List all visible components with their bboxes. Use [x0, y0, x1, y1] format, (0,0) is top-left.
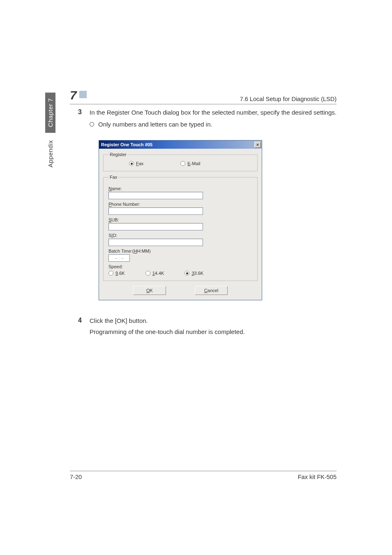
speed-96-label: 9.6K: [115, 271, 125, 276]
dialog-button-row: OK Cancel: [103, 286, 258, 295]
radio-icon: [129, 161, 134, 166]
page-chapter-digit: 7: [70, 88, 77, 102]
dialog-screenshot: Register One Touch #05 × Register Fax E-…: [99, 140, 337, 300]
speed-row: 9.6K 14.4K 33.6K: [108, 271, 252, 276]
main-content: 3 In the Register One Touch dialog box f…: [78, 106, 337, 339]
radio-icon: [145, 271, 150, 276]
register-legend: Register: [108, 152, 128, 157]
sidebar: Chapter 7 Appendix: [45, 92, 55, 168]
dialog-body: Register Fax E-Mail Fax Name: [99, 149, 262, 300]
speed-144-label: 14.4K: [152, 271, 164, 276]
dialog-title: Register One Touch #05: [101, 142, 254, 147]
phone-label: Phone Number:: [108, 202, 252, 207]
step-after-text: Programming of the one-touch dial number…: [90, 328, 245, 336]
page-footer: 7-20 Fax kit FK-505: [70, 474, 337, 480]
register-radio-row: Fax E-Mail: [129, 161, 252, 166]
radio-icon: [180, 161, 185, 166]
step-text: In the Register One Touch dialog box for…: [90, 108, 337, 117]
chapter-label: Chapter 7: [45, 92, 55, 133]
page-header: 7 7.6 Local Setup for Diagnostic (LSD): [70, 88, 337, 104]
register-one-touch-dialog: Register One Touch #05 × Register Fax E-…: [99, 140, 262, 300]
step-4: 4 Click the [OK] button.: [78, 317, 337, 325]
step-text: Click the [OK] button.: [90, 317, 148, 325]
sub-label: SUB:: [108, 217, 252, 222]
sid-input[interactable]: [108, 239, 203, 246]
speed-label: Speed:: [108, 264, 252, 269]
dialog-titlebar: Register One Touch #05 ×: [99, 140, 262, 149]
footer-page-number: 7-20: [70, 474, 82, 480]
step-number: 4: [78, 317, 90, 325]
phone-input[interactable]: [108, 207, 203, 215]
radio-fax-label: Fax: [136, 161, 143, 166]
footer-rule: [70, 471, 337, 471]
fax-group: Fax Name: Phone Number: SUB: SID: Batch …: [103, 175, 258, 281]
radio-icon: [108, 271, 113, 276]
batch-time-input[interactable]: -- : --: [108, 254, 130, 262]
step-4-after: Programming of the one-touch dial number…: [90, 328, 337, 336]
radio-speed-336[interactable]: 33.6K: [184, 271, 203, 276]
name-label: Name:: [108, 186, 252, 191]
radio-speed-96[interactable]: 9.6K: [108, 271, 125, 276]
name-input[interactable]: [108, 192, 203, 199]
appendix-label: Appendix: [47, 140, 54, 168]
radio-icon: [184, 271, 189, 276]
register-group: Register Fax E-Mail: [103, 152, 258, 171]
ok-button[interactable]: OK: [133, 286, 166, 295]
bullet-icon: [90, 122, 94, 127]
radio-email-label: E-Mail: [187, 161, 200, 166]
page-chapter-number: 7: [70, 88, 87, 102]
sid-label: SID:: [108, 233, 252, 238]
step-number: 3: [78, 108, 90, 117]
bullet-text: Only numbers and letters can be typed in…: [98, 121, 212, 128]
radio-speed-144[interactable]: 14.4K: [145, 271, 164, 276]
section-title: 7.6 Local Setup for Diagnostic (LSD): [240, 96, 337, 102]
radio-fax[interactable]: Fax: [129, 161, 143, 166]
step-3: 3 In the Register One Touch dialog box f…: [78, 108, 337, 117]
step-3-bullet: Only numbers and letters can be typed in…: [90, 121, 337, 128]
radio-email[interactable]: E-Mail: [180, 161, 200, 166]
cancel-button[interactable]: Cancel: [195, 286, 228, 295]
footer-product: Fax kit FK-505: [298, 474, 337, 480]
batch-label: Batch Time:(HH:MM): [108, 249, 252, 253]
fax-legend: Fax: [108, 175, 118, 180]
speed-336-label: 33.6K: [191, 271, 203, 276]
page-decorative-square: [79, 91, 87, 98]
sub-input[interactable]: [108, 223, 203, 230]
close-button[interactable]: ×: [254, 142, 261, 148]
